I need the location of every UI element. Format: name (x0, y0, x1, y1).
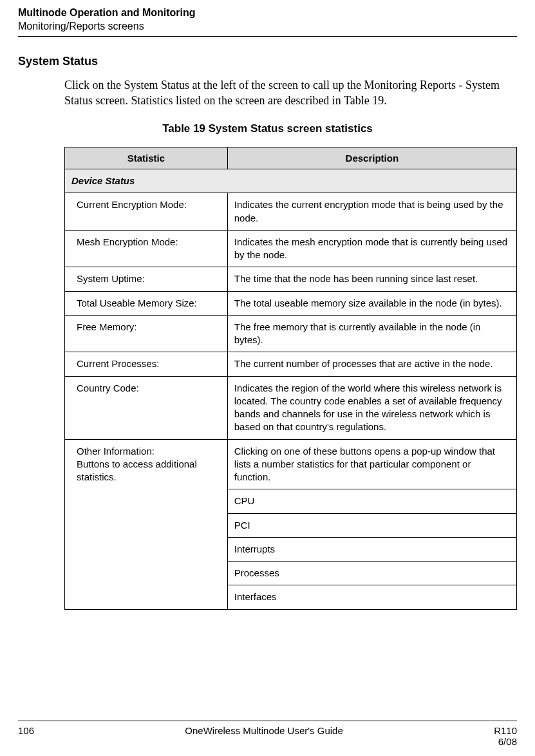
stat-cell: Country Code: (65, 376, 228, 439)
stat-cell: Mesh Encryption Mode: (65, 230, 228, 267)
col-description: Description (227, 147, 516, 169)
stat-cell: System Uptime: (65, 267, 228, 291)
header-divider (18, 36, 517, 37)
other-info-line2: Buttons to access additional statistics. (77, 458, 197, 482)
table-row: Free Memory: The free memory that is cur… (65, 315, 517, 352)
desc-cell: The total useable memory size available … (227, 291, 516, 315)
table-row-other-info: Other Information: Buttons to access add… (65, 439, 517, 489)
desc-cell-item: Interrupts (227, 537, 516, 561)
table-row: Current Encryption Mode: Indicates the c… (65, 193, 517, 231)
desc-cell-other-intro: Clicking on one of these buttons opens a… (227, 439, 516, 489)
other-info-line1: Other Information: (77, 446, 155, 457)
header-subtitle: Monitoring/Reports screens (18, 20, 517, 33)
footer-date: 6/08 (494, 736, 517, 747)
desc-cell-item: Interfaces (227, 585, 516, 609)
stat-cell: Free Memory: (65, 315, 228, 352)
footer-center-title: OneWireless Multinode User's Guide (185, 725, 343, 736)
footer-page-number: 106 (18, 725, 34, 736)
table-row: Current Processes: The current number of… (65, 352, 517, 376)
desc-cell: Indicates the mesh encryption mode that … (227, 230, 516, 267)
stat-cell-other-info: Other Information: Buttons to access add… (65, 439, 228, 609)
stat-cell: Current Processes: (65, 352, 228, 376)
desc-cell-item: Processes (227, 562, 516, 585)
body-paragraph: Click on the System Status at the left o… (64, 77, 517, 109)
header-title: Multinode Operation and Monitoring (18, 6, 517, 20)
desc-cell: The current number of processes that are… (227, 352, 516, 376)
statistics-table: Statistic Description Device Status Curr… (64, 147, 517, 610)
desc-cell-item: PCI (227, 513, 516, 537)
desc-cell: Indicates the region of the world where … (227, 376, 516, 439)
table-header-row: Statistic Description (65, 147, 517, 169)
section-heading: System Status (18, 55, 517, 68)
desc-cell: The free memory that is currently availa… (227, 315, 516, 352)
table-row: Mesh Encryption Mode: Indicates the mesh… (65, 230, 517, 267)
desc-cell-item: CPU (227, 489, 516, 513)
table-subsection-label: Device Status (65, 169, 517, 193)
desc-cell: The time that the node has been running … (227, 267, 516, 291)
stat-cell: Current Encryption Mode: (65, 193, 228, 231)
table-row: Total Useable Memory Size: The total use… (65, 291, 517, 315)
table-row: Country Code: Indicates the region of th… (65, 376, 517, 439)
table-caption: Table 19 System Status screen statistics (18, 122, 517, 135)
footer-revision: R110 (494, 725, 517, 736)
desc-cell: Indicates the current encryption mode th… (227, 193, 516, 231)
page-footer: 106 OneWireless Multinode User's Guide R… (18, 721, 517, 747)
col-statistic: Statistic (65, 147, 228, 169)
table-row: System Uptime: The time that the node ha… (65, 267, 517, 291)
table-subsection-row: Device Status (65, 169, 517, 193)
stat-cell: Total Useable Memory Size: (65, 291, 228, 315)
